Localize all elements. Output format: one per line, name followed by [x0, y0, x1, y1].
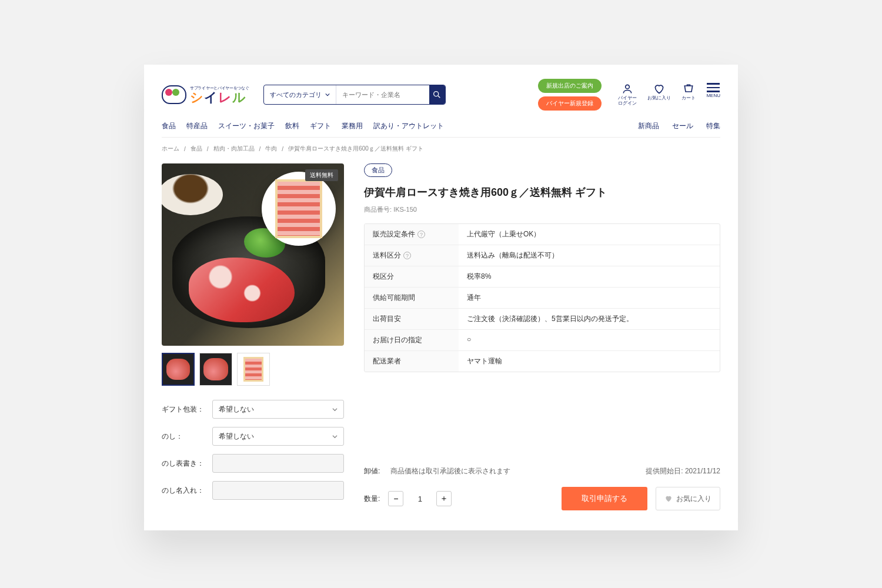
- search-category-label: すべてのカテゴリ: [270, 91, 322, 99]
- help-icon[interactable]: ?: [403, 252, 411, 259]
- product-gallery-column: 送料無料 ギフト包装： 希望しない のし： 希望しない: [162, 163, 344, 510]
- offer-start-label: 提供開始日:: [646, 467, 683, 475]
- category-chip[interactable]: 食品: [364, 163, 392, 177]
- spec-key: 出荷目安: [365, 309, 459, 329]
- quantity-stepper: − 1 ＋: [388, 491, 452, 506]
- price-meta-row: 卸値: 商品価格は取引承認後に表示されます 提供開始日: 2021/11/12: [364, 466, 720, 476]
- product-main-image[interactable]: 送料無料: [162, 163, 344, 346]
- svg-line-1: [438, 96, 440, 98]
- category-nav: 食品 特産品 スイーツ・お菓子 飲料 ギフト 業務用 訳あり・アウトレット 新商…: [162, 121, 720, 138]
- breadcrumb-item[interactable]: 食品: [191, 145, 202, 153]
- gift-wrap-select[interactable]: 希望しない: [212, 400, 344, 419]
- nav-item[interactable]: 飲料: [285, 121, 299, 131]
- spec-value: ヤマト運輸: [459, 351, 720, 372]
- image-decor: [162, 174, 223, 215]
- buyer-login-link[interactable]: バイヤー ログイン: [618, 83, 637, 106]
- nav-item[interactable]: 特集: [706, 121, 720, 131]
- help-icon[interactable]: ?: [417, 230, 425, 238]
- spec-value: 税率8%: [459, 266, 720, 287]
- thumbnail[interactable]: [199, 353, 232, 386]
- gift-wrap-value: 希望しない: [219, 405, 254, 415]
- svg-point-0: [434, 92, 439, 96]
- product-number: 商品番号: IKS-150: [364, 205, 720, 214]
- favorites-label: お気に入り: [647, 96, 671, 101]
- nav-item[interactable]: ギフト: [310, 121, 331, 131]
- new-store-button[interactable]: 新規出店のご案内: [538, 79, 602, 93]
- nav-item[interactable]: 特産品: [186, 121, 208, 131]
- product-number-label: 商品番号:: [364, 206, 392, 213]
- quantity-label: 数量:: [364, 494, 380, 504]
- cart-label: カート: [681, 96, 696, 101]
- favorite-label: お気に入り: [676, 494, 711, 504]
- spec-key: お届け日の指定: [365, 330, 459, 350]
- thumbnail[interactable]: [237, 353, 270, 386]
- noshi-text-label: のし表書き：: [162, 459, 206, 469]
- free-shipping-badge: 送料無料: [305, 169, 338, 181]
- page-frame: サプライヤーとバイヤーをつなぐ シイレル すべてのカテゴリ 新規出店のご案内 バ…: [144, 65, 738, 530]
- search-input[interactable]: [336, 85, 429, 104]
- logo-cloud-icon: [162, 85, 186, 104]
- nav-item[interactable]: 新商品: [638, 121, 659, 131]
- breadcrumb-item[interactable]: 牛肉: [265, 145, 277, 153]
- logo-tagline: サプライヤーとバイヤーをつなぐ: [190, 86, 249, 90]
- breadcrumb-item[interactable]: ホーム: [162, 145, 179, 153]
- buyer-register-button[interactable]: バイヤー新規登録: [538, 96, 602, 111]
- search-category-dropdown[interactable]: すべてのカテゴリ: [264, 85, 336, 104]
- menu-label: MENU: [706, 93, 720, 99]
- favorite-button[interactable]: お気に入り: [656, 487, 720, 510]
- logo-name: シイレル: [190, 91, 249, 104]
- nav-item[interactable]: 食品: [162, 121, 176, 131]
- nav-item[interactable]: 業務用: [342, 121, 363, 131]
- qty-decrement-button[interactable]: −: [388, 491, 403, 506]
- hamburger-icon: [707, 83, 720, 92]
- offer-start-value: 2021/11/12: [685, 467, 720, 475]
- chevron-down-icon: [332, 434, 338, 439]
- heart-icon: [653, 83, 666, 95]
- cart-icon: [682, 83, 695, 95]
- apply-transaction-button[interactable]: 取引申請する: [562, 487, 647, 510]
- header: サプライヤーとバイヤーをつなぐ シイレル すべてのカテゴリ 新規出店のご案内 バ…: [162, 79, 720, 111]
- product-detail-column: 食品 伊賀牛肩ロースすき焼き用600ｇ／送料無料 ギフト 商品番号: IKS-1…: [364, 163, 720, 510]
- svg-point-2: [626, 85, 630, 89]
- nav-item[interactable]: セール: [672, 121, 693, 131]
- chevron-down-icon: [325, 92, 330, 97]
- qty-increment-button[interactable]: ＋: [436, 491, 452, 506]
- thumbnail[interactable]: [162, 353, 195, 386]
- offer-start-date: 提供開始日: 2021/11/12: [646, 466, 720, 476]
- logo[interactable]: サプライヤーとバイヤーをつなぐ シイレル: [162, 85, 249, 104]
- noshi-select[interactable]: 希望しない: [212, 427, 344, 446]
- cart-link[interactable]: カート: [681, 83, 696, 106]
- noshi-label: のし：: [162, 432, 206, 442]
- favorites-link[interactable]: お気に入り: [647, 83, 671, 106]
- search-bar: すべてのカテゴリ: [263, 85, 446, 105]
- nav-item[interactable]: スイーツ・お菓子: [218, 121, 275, 131]
- product-number-value: IKS-150: [393, 206, 417, 213]
- spec-value: 送料込み（離島は配送不可）: [459, 245, 720, 266]
- chevron-down-icon: [332, 407, 338, 412]
- gift-wrap-label: ギフト包装：: [162, 405, 206, 415]
- cta-column: 新規出店のご案内 バイヤー新規登録: [538, 79, 602, 111]
- noshi-value: 希望しない: [219, 432, 254, 442]
- product-options: ギフト包装： 希望しない のし： 希望しない のし表書き：: [162, 400, 344, 500]
- spec-value: ○: [459, 330, 720, 350]
- search-icon: [432, 90, 442, 99]
- spec-key: 税区分: [365, 266, 459, 287]
- menu-button[interactable]: MENU: [706, 83, 720, 106]
- buyer-register-label: バイヤー新規登録: [546, 100, 593, 106]
- breadcrumb-current: 伊賀牛肩ロースすき焼き用600ｇ／送料無料 ギフト: [288, 145, 423, 153]
- noshi-text-input[interactable]: [212, 454, 344, 473]
- heart-icon: [664, 495, 673, 503]
- noshi-name-input[interactable]: [212, 481, 344, 500]
- wholesale-label: 卸値:: [364, 467, 380, 475]
- spec-key: 送料区分: [373, 250, 401, 260]
- spec-value: 上代厳守（上乗せOK）: [459, 224, 720, 245]
- thumbnail-row: [162, 353, 344, 386]
- nav-item[interactable]: 訳あり・アウトレット: [373, 121, 444, 131]
- search-button[interactable]: [429, 85, 445, 104]
- qty-value: 1: [408, 495, 432, 503]
- spec-value: ご注文後（決済確認後）、5営業日以内の発送予定。: [459, 309, 720, 329]
- breadcrumb-item[interactable]: 精肉・肉加工品: [213, 145, 255, 153]
- spec-key: 供給可能期間: [365, 288, 459, 308]
- product-main: 送料無料 ギフト包装： 希望しない のし： 希望しない: [162, 163, 720, 510]
- breadcrumb: ホーム/ 食品/ 精肉・肉加工品/ 牛肉/ 伊賀牛肩ロースすき焼き用600ｇ／送…: [162, 145, 720, 153]
